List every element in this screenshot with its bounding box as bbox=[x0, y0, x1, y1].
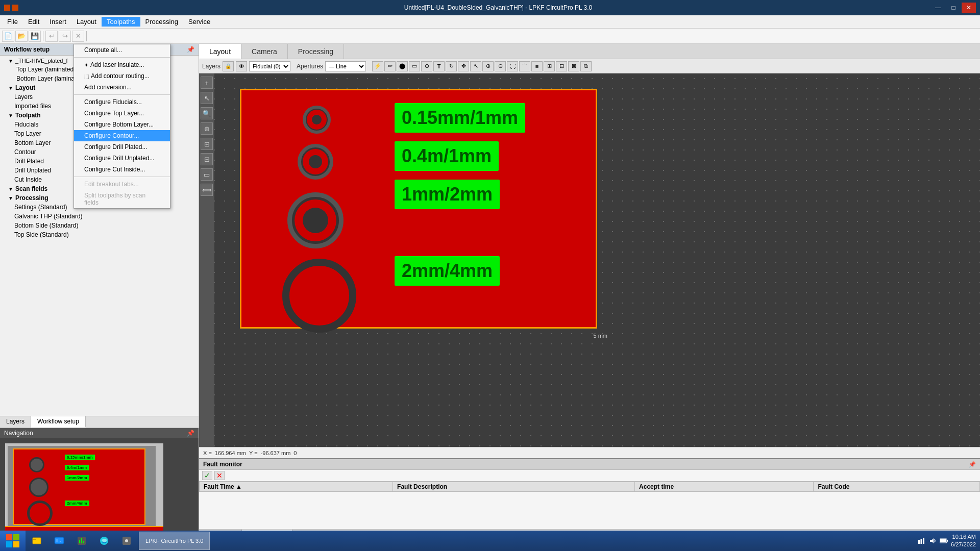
tab-workflow-setup[interactable]: Workflow setup bbox=[31, 416, 86, 428]
col-fault-desc[interactable]: Fault Description bbox=[393, 482, 635, 492]
tool-rotate[interactable]: ↻ bbox=[446, 61, 457, 71]
ruler-crosshair[interactable]: ⊕ bbox=[201, 122, 213, 135]
caret-processing: ▼ bbox=[8, 195, 13, 201]
tool-lightning[interactable]: ⚡ bbox=[372, 61, 383, 71]
tree-item-bottom-side[interactable]: Bottom Side (Standard) bbox=[0, 221, 199, 230]
svg-rect-17 bbox=[921, 539, 922, 544]
menu-insert[interactable]: Insert bbox=[44, 17, 71, 27]
toolbar-new[interactable]: 📄 bbox=[2, 31, 14, 42]
tray-volume[interactable] bbox=[928, 537, 937, 545]
tab-camera[interactable]: Camera bbox=[241, 44, 288, 59]
dd-add-contour-routing[interactable]: ⬚Add contour routing... bbox=[74, 70, 170, 82]
menu-toolpaths[interactable]: Toolpaths bbox=[102, 17, 140, 27]
titlebar: Untitled[PL-U4_DoubleSided_GalvanicTHP] … bbox=[0, 0, 980, 15]
ruler-search[interactable]: 🔍 bbox=[201, 107, 213, 119]
col-accept-time[interactable]: Accept time bbox=[635, 482, 814, 492]
dd-configure-fiducials[interactable]: Configure Fiducials... bbox=[74, 96, 170, 108]
tool-text[interactable]: T bbox=[433, 61, 445, 71]
tree-label-imported: Imported files bbox=[14, 103, 51, 110]
taskbar-settings[interactable] bbox=[115, 531, 138, 551]
tree-label-drill-plated: Drill Plated bbox=[14, 158, 44, 165]
menu-file[interactable]: File bbox=[2, 17, 23, 27]
maximize-button[interactable]: □ bbox=[946, 3, 961, 13]
tool-zoom-in[interactable]: ⊕ bbox=[482, 61, 494, 71]
tool-select[interactable]: ↖ bbox=[470, 61, 481, 71]
taskbar-edge[interactable] bbox=[93, 531, 115, 551]
toolbar-cancel[interactable]: ✕ bbox=[72, 31, 84, 42]
tool-circle[interactable]: ⬤ bbox=[397, 61, 408, 71]
tab-layout[interactable]: Layout bbox=[199, 44, 241, 59]
ruler-frame[interactable]: ▭ bbox=[201, 168, 213, 181]
tool-zoom-out[interactable]: ⊖ bbox=[495, 61, 506, 71]
tool-more1[interactable]: ≡ bbox=[531, 61, 543, 71]
ruler-grid[interactable]: ⊞ bbox=[201, 138, 213, 150]
menu-service[interactable]: Service bbox=[183, 17, 215, 27]
layers-vis-btn[interactable]: 👁 bbox=[236, 61, 247, 71]
dd-compute-all[interactable]: Compute all... bbox=[74, 44, 170, 56]
toolbar-undo[interactable]: ↩ bbox=[45, 31, 58, 42]
dd-configure-cut-inside[interactable]: Configure Cut Inside... bbox=[74, 164, 170, 175]
tool-more5[interactable]: ⧉ bbox=[580, 61, 592, 71]
tree-label-fiducials: Fiducials bbox=[14, 121, 38, 128]
pcb-circle-4 bbox=[282, 259, 356, 333]
tree-item-galvanic[interactable]: Galvanic THP (Standard) bbox=[0, 212, 199, 221]
dd-configure-contour[interactable]: Configure Contour... bbox=[74, 130, 170, 141]
tool-more3[interactable]: ⊟ bbox=[556, 61, 567, 71]
fault-pin[interactable]: 📌 bbox=[969, 461, 976, 468]
close-button[interactable]: ✕ bbox=[962, 3, 976, 13]
toolbar-save[interactable]: 💾 bbox=[29, 31, 41, 42]
tool-arc-left[interactable]: ⌒ bbox=[519, 61, 530, 71]
svg-rect-3 bbox=[13, 541, 19, 547]
tray-time[interactable]: 10:16 AM 6/27/2022 bbox=[951, 533, 976, 549]
dd-configure-bottom-layer[interactable]: Configure Bottom Layer... bbox=[74, 119, 170, 130]
canvas-area[interactable]: + ↖ 🔍 ⊕ ⊞ ⊟ ▭ ⟺ bbox=[199, 73, 980, 458]
tree-item-top-side[interactable]: Top Side (Standard) bbox=[0, 230, 199, 239]
col-fault-code[interactable]: Fault Code bbox=[814, 482, 980, 492]
tray-battery[interactable] bbox=[940, 537, 948, 545]
dd-configure-top-layer[interactable]: Configure Top Layer... bbox=[74, 108, 170, 119]
svg-marker-19 bbox=[930, 538, 934, 543]
workflow-pin[interactable]: 📌 bbox=[187, 46, 194, 53]
toolbar-open[interactable]: 📂 bbox=[15, 31, 28, 42]
ruler-grid2[interactable]: ⊟ bbox=[201, 153, 213, 165]
ruler-plus[interactable]: + bbox=[201, 77, 213, 89]
start-button[interactable] bbox=[0, 531, 26, 551]
dd-add-laser-insulate[interactable]: ✦Add laser insulate... bbox=[74, 59, 170, 70]
fault-toolbar: ✓ ✕ bbox=[199, 470, 980, 482]
taskbar-task-manager[interactable] bbox=[70, 531, 93, 551]
minimize-button[interactable]: — bbox=[931, 3, 945, 13]
tool-more2[interactable]: ⊞ bbox=[544, 61, 555, 71]
taskbar-explorer[interactable]: → bbox=[48, 531, 70, 551]
tab-layers[interactable]: Layers bbox=[0, 416, 31, 428]
tool-fit[interactable]: ⛶ bbox=[507, 61, 518, 71]
fiducial-select[interactable]: Fiducial (0) bbox=[249, 61, 290, 71]
tray-network[interactable] bbox=[917, 537, 925, 545]
col-fault-time[interactable]: Fault Time ▲ bbox=[200, 482, 393, 492]
taskbar-app-circuitpro[interactable]: LPKF CircuitPro PL 3.0 bbox=[139, 532, 210, 550]
tree-label-cut-inside: Cut Inside bbox=[14, 176, 42, 183]
dd-configure-drill-plated[interactable]: Configure Drill Plated... bbox=[74, 141, 170, 153]
layers-lock-btn[interactable]: 🔒 bbox=[223, 61, 234, 71]
dd-sep1 bbox=[74, 57, 170, 58]
tool-rect[interactable]: ▭ bbox=[409, 61, 420, 71]
nav-pin[interactable]: 📌 bbox=[187, 430, 194, 437]
taskbar-files[interactable] bbox=[26, 531, 48, 551]
dd-configure-drill-unplated[interactable]: Configure Drill Unplated... bbox=[74, 153, 170, 164]
menu-processing[interactable]: Processing bbox=[140, 17, 183, 27]
aperture-select[interactable]: — Line bbox=[325, 61, 366, 71]
ruler-cursor[interactable]: ↖ bbox=[201, 92, 213, 104]
tool-target[interactable]: ⊙ bbox=[421, 61, 432, 71]
pcb-circle-1-center bbox=[312, 115, 322, 124]
toolbar-redo[interactable]: ↪ bbox=[59, 31, 71, 42]
ruler-measure[interactable]: ⟺ bbox=[201, 184, 213, 196]
tool-pencil[interactable]: ✏ bbox=[384, 61, 396, 71]
dd-add-conversion[interactable]: Add conversion... bbox=[74, 82, 170, 93]
tab-processing[interactable]: Processing bbox=[288, 44, 344, 59]
menu-layout[interactable]: Layout bbox=[71, 17, 102, 27]
menu-edit[interactable]: Edit bbox=[23, 17, 44, 27]
caret-scan: ▼ bbox=[8, 186, 13, 192]
tool-move[interactable]: ✥ bbox=[458, 61, 469, 71]
fault-accept-btn[interactable]: ✓ bbox=[202, 471, 212, 480]
tool-more4[interactable]: ⊠ bbox=[568, 61, 579, 71]
fault-reject-btn[interactable]: ✕ bbox=[214, 471, 225, 480]
